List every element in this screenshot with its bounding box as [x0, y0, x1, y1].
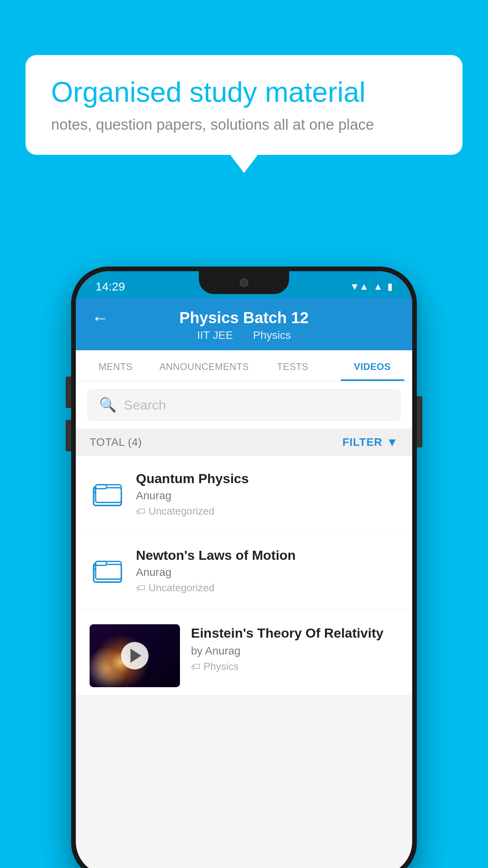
item-author: Anurag — [136, 489, 398, 502]
status-time: 14:29 — [95, 276, 125, 293]
svg-rect-10 — [95, 564, 121, 579]
phone-volume-down-button — [66, 420, 71, 451]
phone-frame: 14:29 ▼▲ ▲ ▮ ← Physics Batch 12 IIT JEE … — [71, 267, 417, 868]
filter-bar: TOTAL (4) FILTER ▼ — [76, 428, 412, 456]
play-button[interactable] — [121, 642, 149, 669]
item-author: by Anurag — [191, 645, 398, 657]
page-title: Physics Batch 12 — [179, 309, 308, 327]
item-tag: 🏷 Uncategorized — [136, 582, 398, 594]
header-subtitle-subject: Physics — [253, 329, 291, 341]
speech-bubble-title: Organised study material — [51, 77, 437, 108]
search-input[interactable]: Search — [124, 397, 166, 413]
item-title: Quantum Physics — [136, 471, 398, 486]
phone-notch — [199, 271, 289, 294]
list-item[interactable]: Quantum Physics Anurag 🏷 Uncategorized — [76, 456, 412, 533]
phone-power-button — [417, 396, 422, 447]
item-content: Quantum Physics Anurag 🏷 Uncategorized — [136, 471, 398, 517]
back-button[interactable]: ← — [92, 308, 109, 328]
header-subtitle-batch: IIT JEE — [197, 329, 233, 341]
app-header: ← Physics Batch 12 IIT JEE Physics — [76, 298, 412, 350]
search-icon: 🔍 — [99, 397, 117, 413]
item-title: Newton's Laws of Motion — [136, 548, 398, 563]
front-camera — [240, 278, 248, 287]
tag-icon: 🏷 — [136, 583, 145, 594]
svg-rect-11 — [95, 561, 106, 565]
speech-bubble-subtitle: notes, question papers, solutions all at… — [51, 116, 437, 133]
header-subtitle: IIT JEE Physics — [193, 329, 295, 342]
filter-label: FILTER — [342, 436, 382, 449]
tab-tests[interactable]: TESTS — [253, 350, 333, 381]
speech-bubble: Organised study material notes, question… — [26, 55, 462, 155]
item-content: Einstein's Theory Of Relativity by Anura… — [191, 624, 398, 673]
video-thumbnail — [90, 624, 180, 687]
item-author: Anurag — [136, 566, 398, 579]
item-folder-icon — [90, 476, 125, 512]
filter-icon: ▼ — [386, 436, 398, 449]
video-list: Quantum Physics Anurag 🏷 Uncategorized — [76, 456, 412, 695]
tab-ments[interactable]: MENTS — [76, 350, 156, 381]
tab-bar: MENTS ANNOUNCEMENTS TESTS VIDEOS — [76, 350, 412, 381]
tag-icon: 🏷 — [191, 661, 200, 672]
list-item[interactable]: Newton's Laws of Motion Anurag 🏷 Uncateg… — [76, 533, 412, 609]
phone-volume-up-button — [66, 377, 71, 408]
tab-videos[interactable]: VIDEOS — [332, 350, 412, 381]
phone-screen: 14:29 ▼▲ ▲ ▮ ← Physics Batch 12 IIT JEE … — [76, 271, 412, 868]
total-count: TOTAL (4) — [90, 436, 142, 449]
item-content: Newton's Laws of Motion Anurag 🏷 Uncateg… — [136, 548, 398, 594]
item-folder-icon — [90, 553, 125, 588]
search-container: 🔍 Search — [76, 381, 412, 428]
tab-announcements[interactable]: ANNOUNCEMENTS — [156, 350, 253, 381]
search-bar[interactable]: 🔍 Search — [88, 389, 400, 421]
filter-button[interactable]: FILTER ▼ — [342, 436, 398, 449]
play-icon — [130, 649, 141, 663]
list-item[interactable]: Einstein's Theory Of Relativity by Anura… — [76, 609, 412, 695]
tag-label: Uncategorized — [149, 582, 215, 594]
tag-label: Physics — [204, 660, 239, 673]
tag-label: Uncategorized — [149, 505, 215, 517]
item-tag: 🏷 Physics — [191, 660, 398, 673]
signal-icon: ▲ — [373, 281, 383, 292]
tag-icon: 🏷 — [136, 506, 145, 517]
item-title: Einstein's Theory Of Relativity — [191, 624, 398, 642]
wifi-icon: ▼▲ — [350, 281, 369, 292]
speech-bubble-container: Organised study material notes, question… — [26, 55, 462, 155]
status-icons: ▼▲ ▲ ▮ — [350, 277, 393, 292]
header-top: ← Physics Batch 12 — [92, 309, 396, 327]
item-tag: 🏷 Uncategorized — [136, 505, 398, 517]
svg-rect-4 — [95, 487, 121, 502]
battery-icon: ▮ — [387, 281, 393, 292]
svg-rect-5 — [95, 485, 106, 489]
